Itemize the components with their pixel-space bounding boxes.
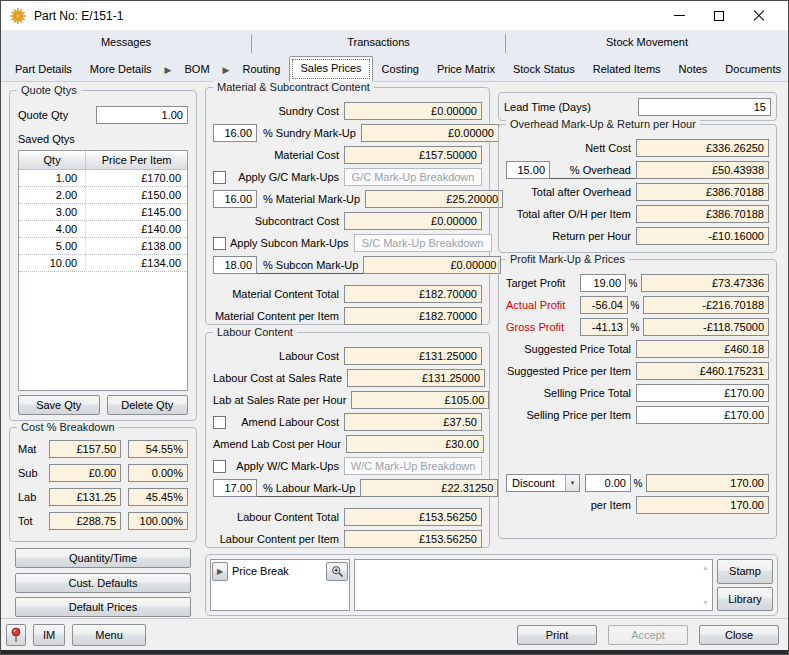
quote-qty-input[interactable] <box>96 106 188 124</box>
tab-documents[interactable]: Documents <box>716 58 789 81</box>
footer-bar: IM Menu Print Accept Close <box>1 618 788 650</box>
maximize-button[interactable] <box>699 4 739 28</box>
close-button[interactable] <box>739 4 779 28</box>
qty-cell: 5.00 <box>19 238 86 254</box>
close-button-footer[interactable]: Close <box>699 625 779 645</box>
suggested-total-label: Suggested Price Total <box>506 343 631 355</box>
overhead-pct-label: % Overhead <box>550 164 631 176</box>
qty-cell: 10.00 <box>19 255 86 271</box>
chevron-down-icon[interactable]: ▾ <box>565 475 579 491</box>
im-button[interactable]: IM <box>33 624 65 646</box>
menu-button[interactable]: Menu <box>72 624 146 646</box>
amend-lab-per-hour-label: Amend Lab Cost per Hour <box>213 438 341 450</box>
sundry-markup-pct-input[interactable] <box>213 124 257 142</box>
tab-part-details[interactable]: Part Details <box>6 58 81 81</box>
labour-content-group: Labour Content Labour Cost £131.25000 La… <box>205 332 490 548</box>
material-cost-label: Material Cost <box>213 149 339 161</box>
table-row[interactable]: 10.00 £134.00 <box>19 255 187 272</box>
tab-more-details[interactable]: More Details <box>81 58 161 81</box>
overhead-value-field: £50.43938 <box>636 161 769 179</box>
minimize-button[interactable] <box>659 4 699 28</box>
default-prices-button[interactable]: Default Prices <box>15 597 191 617</box>
material-markup-field: £25.20000 <box>365 190 503 208</box>
tab-costing[interactable]: Costing <box>373 58 428 81</box>
price-cell: £145.00 <box>86 204 187 220</box>
pin-button[interactable] <box>6 624 26 646</box>
qty-cell: 3.00 <box>19 204 86 220</box>
labour-markup-pct-input[interactable] <box>213 479 257 497</box>
material-markup-pct-input[interactable] <box>213 190 257 208</box>
cost-row-mat: Mat £157.50 54.55% <box>18 440 188 458</box>
gc-breakdown-button[interactable]: G/C Mark-Up Breakdown <box>344 168 482 186</box>
price-break-zoom-button[interactable] <box>326 562 348 581</box>
save-qty-button[interactable]: Save Qty <box>18 395 100 415</box>
apply-gc-label: Apply G/C Mark-Ups <box>230 171 339 183</box>
accept-button[interactable]: Accept <box>608 625 688 645</box>
tab-sales-prices[interactable]: Sales Prices <box>289 56 372 82</box>
delete-qty-button[interactable]: Delete Qty <box>107 395 189 415</box>
nett-cost-label: Nett Cost <box>506 142 631 154</box>
sc-breakdown-button[interactable]: S/C Mark-Up Breakdown <box>354 234 492 252</box>
table-row[interactable]: 3.00 £145.00 <box>19 204 187 221</box>
sub-label: Sub <box>18 467 42 479</box>
overhead-pct-input[interactable] <box>506 161 550 179</box>
labour-markup-field: £22.31250 <box>360 479 498 497</box>
play-triangle-icon: ▶ <box>217 567 223 576</box>
tab-bom[interactable]: BOM <box>176 58 219 81</box>
lead-time-box: Lead Time (Days) <box>498 92 777 121</box>
total-after-oh-per-item-label: Total after O/H per Item <box>506 208 631 220</box>
quantity-time-button[interactable]: Quantity/Time <box>15 548 191 568</box>
library-button[interactable]: Library <box>717 587 773 612</box>
apply-subcon-checkbox[interactable] <box>213 237 226 250</box>
actual-profit-label: Actual Profit <box>506 299 580 311</box>
table-row[interactable]: 1.00 £170.00 <box>19 170 187 187</box>
apply-subcon-label: Apply Subcon Mark-Ups <box>230 237 349 249</box>
apply-wc-checkbox[interactable] <box>213 460 226 473</box>
pushpin-icon <box>10 627 22 643</box>
table-row[interactable]: 5.00 £138.00 <box>19 238 187 255</box>
price-break-expand-button[interactable]: ▶ <box>212 562 228 581</box>
material-total-field: £182.70000 <box>344 285 482 303</box>
nett-cost-field: £336.26250 <box>636 139 769 157</box>
price-column-header[interactable]: Price Per Item <box>86 151 187 169</box>
target-profit-pct-input[interactable] <box>580 274 626 292</box>
selling-per-item-input[interactable] <box>636 406 769 424</box>
discount-type-select[interactable]: Discount ▾ <box>506 474 580 492</box>
window-title: Part No: E/151-1 <box>34 9 123 23</box>
tab-group-messages: Messages <box>1 34 252 53</box>
qty-cell: 1.00 <box>19 170 86 186</box>
tab-price-matrix[interactable]: Price Matrix <box>428 58 504 81</box>
mat-pct-field: 54.55% <box>128 440 188 458</box>
notes-textarea[interactable]: ▲ ▼ <box>354 559 713 611</box>
tab-related-items[interactable]: Related Items <box>584 58 670 81</box>
lab-pct-field: 45.45% <box>128 488 188 506</box>
amend-labour-checkbox[interactable] <box>213 416 226 429</box>
qty-column-header[interactable]: Qty <box>19 151 86 169</box>
lead-time-input[interactable] <box>638 98 771 116</box>
stamp-button[interactable]: Stamp <box>717 559 773 584</box>
chevron-down-icon[interactable]: ▼ <box>702 599 709 606</box>
table-row[interactable]: 4.00 £140.00 <box>19 221 187 238</box>
tab-stock-status[interactable]: Stock Status <box>504 58 584 81</box>
qty-cell: 2.00 <box>19 187 86 203</box>
selling-total-input[interactable] <box>636 384 769 402</box>
discount-pct-input[interactable] <box>585 474 631 492</box>
apply-gc-checkbox[interactable] <box>213 171 226 184</box>
cust-defaults-button[interactable]: Cust. Defaults <box>15 573 191 593</box>
saved-qtys-label: Saved Qtys <box>18 133 188 145</box>
tab-notes[interactable]: Notes <box>670 58 717 81</box>
labour-per-item-label: Labour Content per Item <box>213 533 339 545</box>
gross-profit-field: -£118.75000 <box>643 318 769 336</box>
material-cost-field: £157.50000 <box>344 146 482 164</box>
print-button[interactable]: Print <box>517 625 597 645</box>
subcon-markup-pct-input[interactable] <box>213 256 257 274</box>
price-break-panel: ▶ Price Break <box>210 559 350 611</box>
profit-group: Profit Mark-Up & Prices Target Profit % … <box>498 259 777 539</box>
cost-row-sub: Sub £0.00 0.00% <box>18 464 188 482</box>
tab-routing[interactable]: Routing <box>234 58 290 81</box>
wc-breakdown-button[interactable]: W/C Mark-Up Breakdown <box>344 457 482 475</box>
table-row[interactable]: 2.00 £150.00 <box>19 187 187 204</box>
chevron-up-icon[interactable]: ▲ <box>702 564 709 571</box>
tab-group-headers: Messages Transactions Stock Movement <box>1 34 788 53</box>
price-break-list[interactable] <box>211 582 349 610</box>
